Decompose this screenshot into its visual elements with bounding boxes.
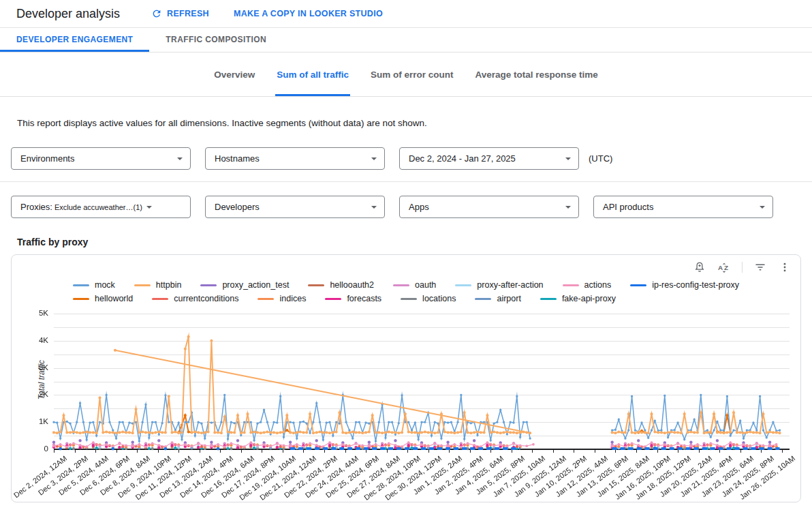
legend-item-mock[interactable]: mock: [73, 280, 115, 290]
chart-legend: mockhttpbinproxy_action_testhellooauth2o…: [12, 278, 800, 305]
filter-row-2: Proxies: Exclude accuweather…(1) Develop…: [0, 196, 812, 218]
legend-swatch: [73, 298, 89, 300]
legend-item-oauth[interactable]: oauth: [393, 280, 436, 290]
legend-item-forecasts[interactable]: forecasts: [325, 294, 381, 303]
make-copy-button[interactable]: MAKE A COPY IN LOOKER STUDIO: [234, 8, 383, 19]
legend-row-2: helloworldcurrentconditionsindicesforeca…: [73, 292, 739, 305]
y-tick-label: 2K: [12, 390, 48, 398]
legend-item-actions[interactable]: actions: [563, 280, 612, 290]
legend-item-airport[interactable]: airport: [475, 294, 520, 303]
sort-alpha-icon[interactable]: A Z: [717, 260, 731, 274]
legend-swatch: [455, 284, 471, 286]
legend-item-proxy-after-action[interactable]: proxy-after-action: [455, 280, 543, 290]
legend-swatch: [401, 298, 417, 300]
svg-text:A: A: [718, 264, 723, 271]
legend-item-indices[interactable]: indices: [257, 294, 306, 303]
report-note: This report displays active values for a…: [17, 118, 795, 128]
legend-row-1: mockhttpbinproxy_action_testhellooauth2o…: [73, 278, 739, 292]
legend-item-locations[interactable]: locations: [401, 294, 456, 303]
filter-value: Exclude accuweather…(1): [54, 203, 142, 211]
y-tick-label: 4K: [12, 336, 48, 344]
legend-label: hellooauth2: [330, 280, 374, 290]
date-range-filter[interactable]: Dec 2, 2024 - Jan 27, 2025: [399, 147, 579, 170]
developers-filter[interactable]: Developers: [205, 196, 385, 218]
report-tabs: DEVELOPER ENGAGEMENT TRAFFIC COMPOSITION: [0, 28, 812, 52]
legend-swatch: [152, 298, 168, 300]
chart-section-title: Traffic by proxy: [17, 237, 795, 247]
legend-item-ip-res-config-test-proxy[interactable]: ip-res-config-test-proxy: [630, 280, 739, 290]
refresh-button[interactable]: REFRESH: [151, 8, 209, 19]
y-tick-label: 0: [12, 445, 48, 453]
more-vert-icon[interactable]: [778, 260, 792, 274]
legend-swatch: [325, 298, 341, 300]
page-title: Developer analysis: [16, 7, 120, 21]
legend-item-hellooauth2[interactable]: hellooauth2: [308, 280, 374, 290]
chevron-down-icon: [371, 206, 377, 209]
refresh-label: REFRESH: [167, 9, 209, 18]
legend-swatch: [257, 298, 274, 300]
legend-label: ip-res-config-test-proxy: [652, 280, 739, 290]
header-actions: REFRESH MAKE A COPY IN LOOKER STUDIO: [151, 8, 383, 19]
legend-label: forecasts: [347, 294, 381, 303]
legend-label: proxy_action_test: [222, 280, 289, 290]
legend-label: mock: [95, 280, 115, 290]
y-tick-label: 1K: [12, 417, 48, 425]
utc-label: (UTC): [589, 153, 612, 164]
legend-swatch: [308, 284, 324, 286]
chevron-down-icon: [146, 206, 152, 209]
filter-label: Apps: [409, 202, 429, 212]
subtab-sum-of-all-traffic[interactable]: Sum of all traffic: [266, 52, 360, 96]
legend-swatch: [200, 284, 217, 286]
hostnames-filter[interactable]: Hostnames: [205, 147, 385, 170]
report-header: Developer analysis REFRESH MAKE A COPY I…: [0, 0, 812, 28]
y-tick-label: 3K: [12, 363, 48, 372]
filter-row-1: Environments Hostnames Dec 2, 2024 - Jan…: [0, 147, 812, 170]
svg-text:Z: Z: [724, 264, 728, 271]
legend-item-helloworld[interactable]: helloworld: [73, 294, 133, 303]
legend-swatch: [563, 284, 579, 286]
legend-item-proxy_action_test[interactable]: proxy_action_test: [200, 280, 289, 290]
refresh-icon: [151, 8, 162, 19]
chevron-down-icon: [565, 157, 571, 160]
chevron-down-icon: [371, 157, 377, 160]
tab-developer-engagement[interactable]: DEVELOPER ENGAGEMENT: [0, 28, 149, 52]
filter-label: Hostnames: [215, 153, 260, 164]
subtab-overview[interactable]: Overview: [203, 52, 266, 96]
filter-label: Proxies:: [20, 202, 52, 212]
legend-label: helloworld: [95, 294, 133, 303]
legend-item-fake-api-proxy[interactable]: fake-api-proxy: [540, 294, 616, 303]
filter-label: Developers: [215, 202, 260, 212]
chevron-down-icon: [177, 157, 183, 160]
legend-item-httpbin[interactable]: httpbin: [134, 280, 182, 290]
y-tick-label: 5K: [12, 309, 48, 317]
divider: [0, 181, 812, 182]
filter-label: Dec 2, 2024 - Jan 27, 2025: [409, 153, 516, 164]
legend-item-currentconditions[interactable]: currentconditions: [152, 294, 238, 303]
proxies-filter[interactable]: Proxies: Exclude accuweather…(1): [11, 196, 191, 218]
filter-label: API products: [603, 202, 653, 212]
subtab-sum-of-error-count[interactable]: Sum of error count: [360, 52, 465, 96]
legend-label: actions: [584, 280, 612, 290]
tab-traffic-composition[interactable]: TRAFFIC COMPOSITION: [149, 28, 283, 52]
add-alert-icon[interactable]: [693, 260, 706, 274]
apps-filter[interactable]: Apps: [399, 196, 579, 218]
toolbar-divider: [742, 262, 743, 273]
traffic-by-proxy-chart-card: A Z mockhttpbinproxy_action_testhellooau…: [11, 254, 801, 502]
subtab-average-total-response-time[interactable]: Average total response time: [465, 52, 609, 96]
legend-swatch: [393, 284, 409, 286]
chart-toolbar: A Z: [693, 260, 792, 274]
api-products-filter[interactable]: API products: [593, 196, 773, 218]
legend-label: httpbin: [156, 280, 182, 290]
environments-filter[interactable]: Environments: [11, 147, 191, 170]
filter-icon[interactable]: [753, 260, 767, 274]
metric-subtabs: Overview Sum of all traffic Sum of error…: [0, 52, 812, 97]
legend-label: airport: [497, 294, 520, 303]
legend-swatch: [540, 298, 557, 300]
legend-label: fake-api-proxy: [562, 294, 616, 303]
legend-label: indices: [279, 294, 306, 303]
legend-label: oauth: [415, 280, 436, 290]
chevron-down-icon: [760, 206, 765, 209]
legend-label: locations: [422, 294, 456, 303]
legend-label: currentconditions: [174, 294, 238, 303]
legend-swatch: [134, 284, 151, 286]
